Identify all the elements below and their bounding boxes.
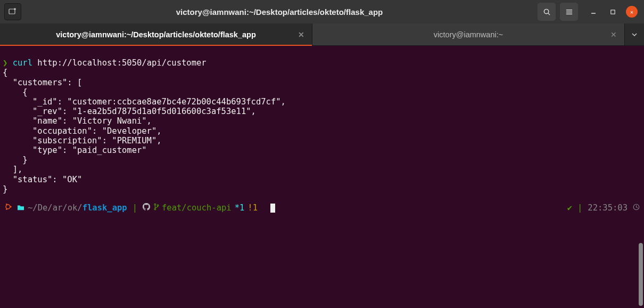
tab-dropdown-button[interactable] bbox=[625, 23, 644, 45]
statusline-right: ✔ | 22:35:03 bbox=[567, 203, 640, 213]
svg-rect-0 bbox=[9, 9, 15, 14]
octocat-icon bbox=[143, 203, 150, 213]
svg-line-2 bbox=[548, 13, 549, 14]
svg-point-14 bbox=[157, 205, 159, 206]
prompt-statusline: ~/De/ar/ok/flask_app | feat/couch-api *1… bbox=[0, 202, 644, 214]
tab-bar: victory@iamnwani:~/Desktop/articles/okte… bbox=[0, 23, 644, 46]
hamburger-menu-button[interactable] bbox=[560, 3, 578, 21]
tab-close-icon[interactable]: ✕ bbox=[610, 30, 617, 39]
output-line: "_id": "customer:ccbcae8ae7bc4e72b00c44b… bbox=[3, 97, 291, 107]
output-line: "subscription": "PREMIUM", bbox=[3, 136, 167, 145]
git-staged-count: *1 bbox=[235, 203, 245, 213]
maximize-button[interactable] bbox=[607, 6, 618, 18]
cwd-path-prefix: ~/De/ar/ok/ bbox=[28, 203, 82, 213]
output-line: { bbox=[3, 68, 7, 77]
output-line: "type": "paid_customer" bbox=[3, 145, 147, 155]
prompt-caret: ❯ bbox=[3, 58, 7, 68]
svg-rect-7 bbox=[610, 10, 614, 13]
search-icon bbox=[543, 8, 551, 16]
svg-point-13 bbox=[154, 208, 156, 210]
tab-label: victory@iamnwani:~ bbox=[434, 30, 503, 39]
separator: | bbox=[133, 203, 137, 213]
git-branch-icon bbox=[153, 203, 160, 213]
terminal-new-icon bbox=[9, 7, 17, 16]
tab-label: victory@iamnwani:~/Desktop/articles/okte… bbox=[56, 30, 256, 39]
svg-point-9 bbox=[10, 206, 12, 208]
tab-close-icon[interactable]: ✕ bbox=[298, 30, 304, 39]
folder-icon bbox=[17, 203, 24, 213]
svg-point-10 bbox=[6, 204, 7, 205]
close-button[interactable] bbox=[626, 6, 638, 18]
output-line: } bbox=[3, 155, 28, 165]
svg-point-8 bbox=[6, 205, 10, 209]
hamburger-icon bbox=[565, 8, 573, 16]
command-name: curl bbox=[13, 58, 32, 68]
terminal-viewport[interactable]: ❯ curl http://localhost:5050/api/custome… bbox=[0, 46, 644, 197]
cursor-block bbox=[270, 204, 275, 213]
output-line: "occupation": "Developer", bbox=[3, 126, 167, 136]
status-ok-icon: ✔ bbox=[567, 203, 572, 213]
scrollbar[interactable] bbox=[638, 46, 644, 308]
window-titlebar: victory@iamnwani:~/Desktop/articles/okte… bbox=[0, 0, 644, 23]
window-controls bbox=[588, 6, 638, 18]
output-line: } bbox=[3, 184, 7, 194]
search-button[interactable] bbox=[538, 3, 556, 21]
output-line: { bbox=[3, 87, 28, 97]
new-tab-button[interactable] bbox=[4, 3, 21, 20]
minimize-button[interactable] bbox=[588, 6, 599, 18]
scrollbar-thumb[interactable] bbox=[639, 243, 643, 306]
chevron-down-icon bbox=[632, 32, 637, 37]
svg-point-11 bbox=[6, 208, 7, 210]
ubuntu-icon bbox=[4, 203, 12, 213]
git-branch-name: feat/couch-api bbox=[162, 203, 232, 213]
tab-1[interactable]: victory@iamnwani:~/Desktop/articles/okte… bbox=[0, 23, 312, 45]
output-line: "name": "Victory Nwani", bbox=[3, 116, 156, 126]
output-line: ], bbox=[3, 165, 28, 174]
tab-2[interactable]: victory@iamnwani:~ ✕ bbox=[312, 23, 625, 45]
minimize-icon bbox=[590, 9, 597, 15]
output-line: "status": "OK" bbox=[3, 175, 82, 184]
separator: | bbox=[577, 203, 582, 213]
maximize-icon bbox=[610, 9, 616, 15]
output-line: "_rev": "1-ea2b5d7875d1a0f5d016600c3af53… bbox=[3, 107, 261, 116]
output-line: "customers": [ bbox=[3, 78, 82, 87]
cwd-path-last: flask_app bbox=[82, 203, 127, 213]
window-title: victory@iamnwani:~/Desktop/articles/okte… bbox=[26, 7, 533, 17]
command-arg: http://localhost:5050/api/customer bbox=[37, 58, 206, 68]
svg-point-1 bbox=[544, 9, 548, 13]
git-modified-count: !1 bbox=[247, 203, 258, 213]
svg-point-12 bbox=[154, 204, 156, 205]
clock-time: 22:35:03 bbox=[588, 203, 628, 213]
